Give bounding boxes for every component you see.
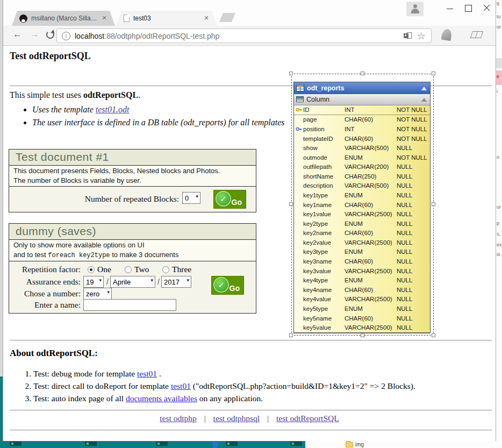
profile-avatar-button[interactable] (406, 2, 424, 16)
column-name: templateID (303, 136, 345, 142)
db-rows: IDINTNOT NULLpageCHAR(60)NOT NULLpositio… (294, 105, 430, 332)
github-icon (19, 15, 27, 23)
person-icon (413, 4, 417, 8)
column-type: VARCHAR(2500) (345, 324, 397, 331)
db-table-widget[interactable]: odt_reports Column IDINTNOT NULLpageCHAR… (293, 82, 431, 333)
template-link[interactable]: test01.odt (96, 105, 130, 114)
table-row: key2valueVARCHAR(2500)NULL (294, 238, 430, 247)
column-type: ENUM (345, 248, 397, 255)
back-icon[interactable]: ← (13, 29, 22, 40)
month-select[interactable]: Aprile (110, 276, 155, 288)
assurance-label: Assurance ends: (9, 277, 81, 287)
collapse-icon[interactable] (421, 87, 427, 90)
blocks-select[interactable]: 0 (182, 192, 200, 204)
page-icon (124, 15, 130, 22)
close-button[interactable] (477, 0, 496, 16)
number-select[interactable]: zero (83, 288, 112, 300)
resize-handle-n[interactable] (361, 72, 364, 75)
reload-icon[interactable] (46, 31, 54, 39)
blocks-select-wrap: 0 (182, 192, 200, 204)
column-type: ENUM (345, 154, 397, 161)
footer-link-odtphp[interactable]: test odtphp (160, 414, 196, 423)
images-icon[interactable] (404, 32, 412, 40)
tab-test03[interactable]: test03 × (116, 11, 217, 26)
browser-window: msillano (Marco Sillano) × test03 × ← (3, 0, 496, 441)
table-row: key3valueVARCHAR(2500)NULL (294, 266, 430, 276)
titlebar: msillano (Marco Sillano) × test03 × (3, 0, 496, 26)
resize-handle-sw[interactable] (289, 333, 293, 337)
radio-three[interactable] (162, 266, 169, 273)
column-name: show (303, 145, 345, 151)
column-type: ENUM (345, 305, 397, 312)
page-title: Test odtReportSQL (10, 51, 91, 62)
column-nullability: NOT NULL (397, 126, 430, 132)
column-nullability: NULL (397, 287, 430, 293)
tab-close-icon[interactable]: × (202, 14, 211, 23)
documents-link[interactable]: documents availables (126, 394, 197, 403)
resize-handle-s[interactable] (361, 333, 364, 337)
tab-github[interactable]: msillano (Marco Sillano) × (12, 11, 115, 26)
minimize-button[interactable] (441, 0, 459, 16)
column-name: key1type (303, 192, 345, 198)
column-type: VARCHAR(200) (345, 163, 397, 170)
check-icon: ✓ (217, 192, 230, 205)
tab-title: test03 (133, 15, 202, 22)
radio-three-label: Three (172, 265, 191, 274)
column-nullability: NOT NULL (397, 106, 430, 113)
panel-description: This document presents Fields, Blocks, N… (9, 166, 256, 187)
column-nullability: NULL (397, 268, 430, 274)
panel-title: Test document #1 (9, 150, 256, 166)
resize-handle-e[interactable] (432, 202, 435, 206)
day-select[interactable]: 19 (83, 276, 104, 288)
table-row: key5typeENUMNULL (294, 304, 430, 314)
radio-two[interactable] (125, 266, 132, 273)
column-nullability: NULL (397, 173, 430, 180)
footer-link-odtreportsql[interactable]: test odtReportSQL (276, 414, 339, 423)
footer-link-odtphpsql[interactable]: test odtphpsql (213, 414, 260, 423)
column-nullability: NULL (397, 324, 430, 331)
about-title: About odtReportSQL: (10, 348, 98, 359)
test01-link[interactable]: test01 (137, 369, 157, 378)
column-name: outmode (303, 154, 345, 161)
column-nullability: NULL (397, 192, 430, 198)
resize-handle-ne[interactable] (432, 72, 435, 75)
forward-icon[interactable]: → (30, 29, 39, 40)
repetition-label: Repetition factor: (9, 265, 81, 274)
extension-book-icon[interactable] (470, 31, 483, 38)
address-bar[interactable]: i localhost:88/odtphp/odtReportSQL-test.… (56, 29, 432, 43)
bookmark-star-icon[interactable]: ☆ (417, 31, 426, 41)
column-type: VARCHAR(2500) (345, 239, 397, 246)
db-table-header: odt_reports (294, 82, 430, 94)
url-text: localhost:88/odtphp/odtReportSQL-test.ph… (75, 32, 219, 40)
table-row: IDINTNOT NULL (294, 105, 430, 115)
test01-link[interactable]: test01 (171, 381, 191, 390)
resize-handle-se[interactable] (432, 333, 435, 337)
column-type: CHAR(60) (345, 116, 397, 123)
number-label: Chose a number: (9, 289, 81, 298)
go-button-1[interactable]: ✓ Go (213, 190, 246, 209)
go-button-2[interactable]: ✓ Go (211, 276, 244, 295)
column-name: shortName (303, 173, 345, 180)
radio-two-label: Two (134, 265, 149, 274)
column-name: key5name (303, 315, 345, 322)
extension-ghost-icon[interactable] (441, 29, 453, 41)
db-section-label: Column (306, 96, 421, 103)
maximize-button[interactable] (459, 0, 477, 16)
year-select[interactable]: 2017 (161, 276, 191, 288)
new-tab-button[interactable] (219, 13, 235, 22)
column-name: key5type (303, 305, 345, 312)
list-item: The user interface is defined in a DB ta… (32, 118, 285, 127)
resize-handle-w[interactable] (289, 202, 293, 206)
column-type: CHAR(60) (345, 230, 397, 236)
radio-one[interactable] (88, 266, 95, 273)
collapse-icon[interactable] (421, 98, 427, 102)
name-input[interactable] (83, 299, 176, 311)
column-nullability: NULL (397, 277, 430, 283)
column-nullability: NULL (397, 145, 430, 151)
info-icon[interactable]: i (62, 32, 70, 40)
table-row: key2nameCHAR(60)NULL (294, 229, 430, 238)
column-type: CHAR(60) (345, 136, 397, 142)
resize-handle-nw[interactable] (289, 72, 293, 75)
tab-close-icon[interactable]: × (100, 14, 109, 23)
blue-key-icon (294, 126, 303, 132)
